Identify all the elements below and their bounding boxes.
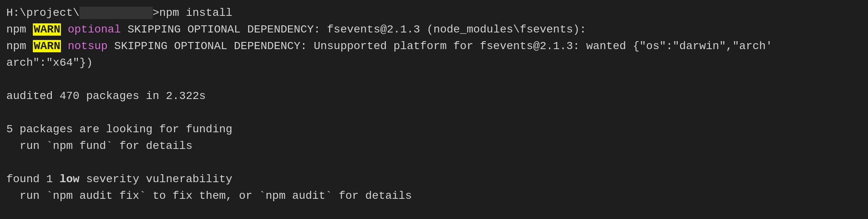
optional-keyword: optional [61, 23, 121, 36]
path-text: H:\project\ [6, 7, 80, 19]
warn-badge-2: WARN [33, 40, 61, 52]
empty-line-3 [6, 154, 862, 171]
arch-continuation-line: arch":"x64"}) [6, 55, 862, 71]
warn-optional-line: npm WARN optional SKIPPING OPTIONAL DEPE… [6, 21, 862, 38]
empty-line-1 [6, 71, 862, 88]
warn-badge-1: WARN [33, 23, 61, 36]
npm-prefix-2: npm [6, 40, 33, 52]
blurred-path [80, 7, 153, 19]
low-severity-text: low [59, 173, 79, 185]
command-text: >npm install [153, 7, 233, 19]
command-line: H:\project\ >npm install [6, 5, 862, 21]
funding-line-2: run `npm fund` for details [6, 138, 862, 154]
audited-line: audited 470 packages in 2.322s [6, 88, 862, 105]
terminal-output: H:\project\ >npm install npm WARN option… [6, 5, 862, 204]
warn-notsup-line: npm WARN notsup SKIPPING OPTIONAL DEPEND… [6, 38, 862, 55]
audit-fix-line: run `npm audit fix` to fix them, or `npm… [6, 188, 862, 204]
warn2-rest: SKIPPING OPTIONAL DEPENDENCY: Unsupporte… [108, 40, 772, 52]
notsup-keyword: notsup [61, 40, 108, 52]
npm-prefix-1: npm [6, 23, 33, 36]
vuln-line: found 1 low severity vulnerability [6, 171, 862, 188]
warn1-rest: SKIPPING OPTIONAL DEPENDENCY: fsevents@2… [121, 23, 586, 36]
funding-line-1: 5 packages are looking for funding [6, 121, 862, 138]
empty-line-2 [6, 105, 862, 121]
